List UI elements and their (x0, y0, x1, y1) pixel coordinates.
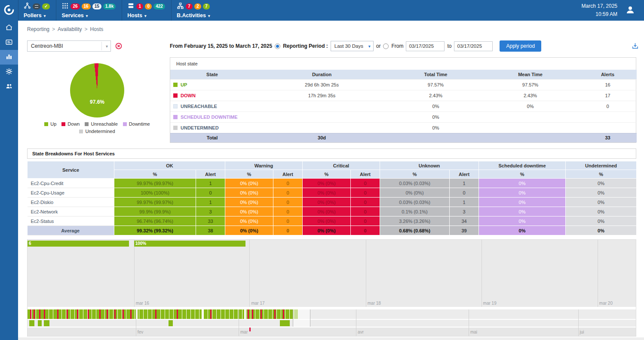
timeline-selection-handle[interactable] (293, 309, 310, 327)
breadcrumb-hosts[interactable]: Hosts (90, 26, 104, 32)
col-total-time: Total Time (389, 70, 482, 79)
legend-item-up: Up (44, 121, 56, 127)
services-unknown-badge[interactable]: 15 (92, 3, 101, 9)
breakdown-value-cell: 0% (566, 216, 637, 226)
from-date-input[interactable] (406, 41, 445, 51)
hosts-total-badge[interactable]: 422 (153, 3, 165, 9)
breakdown-value-cell: 0% (479, 188, 566, 198)
total-alerts: 33 (579, 133, 637, 142)
breakdown-value-cell: 0% (0%) (303, 226, 351, 235)
breakdown-title-box: State Breakdowns For Host Services (27, 148, 636, 159)
breakdown-value-cell: 0% (566, 198, 637, 207)
total-duration: 30d (254, 133, 389, 142)
sidebar-item-monitoring[interactable] (0, 35, 18, 50)
horizontal-scrollbar[interactable] (18, 337, 644, 340)
ba-critical-badge[interactable]: 7 (186, 3, 193, 9)
alerts-cell (579, 111, 637, 122)
breakdown-service-cell: Ec2-Network (28, 207, 114, 216)
breakdown-value-cell: 0 (351, 207, 380, 216)
breakdown-value-cell: 0 (351, 226, 380, 235)
breakdown-body: Ec2-Cpu-Credit99.97% (99.97%)10% (0%)00%… (28, 179, 637, 235)
brush-critical-tick (88, 309, 89, 319)
breakdown-service-cell: Ec2-Cpu-Credit (28, 179, 114, 188)
current-time: 10:59 AM (582, 10, 617, 19)
alerts-cell: 17 (579, 90, 637, 101)
brush-critical-tick (114, 309, 116, 319)
menu-bactivities[interactable]: 7 2 7 B.Activities (171, 0, 216, 21)
custom-period-radio[interactable] (383, 43, 389, 49)
brush-block (29, 320, 34, 326)
mean-time-cell: 97.57% (482, 79, 579, 90)
brush-critical-tick (99, 309, 101, 319)
total-time-cell: 2.43% (389, 90, 482, 101)
timeline-day-label: mar 19 (483, 301, 497, 306)
timeline-month-label: avr (358, 330, 364, 334)
apply-period-button[interactable]: Apply period (500, 40, 541, 52)
brush-block (169, 320, 173, 326)
chevron-down-icon (44, 12, 46, 19)
host-select[interactable]: Centreon-MBI (27, 40, 111, 52)
mean-time-cell: 0% (482, 101, 579, 111)
sidebar-item-reporting[interactable] (0, 50, 18, 65)
state-label: DOWN (181, 93, 196, 98)
legend-item-unreachable: Unreachable (85, 121, 117, 127)
services-critical-badge[interactable]: 26 (71, 3, 80, 9)
menu-pollers-label: Pollers (24, 12, 42, 19)
reporting-period-radio[interactable] (275, 43, 280, 49)
breakdown-value-cell: 34 (450, 216, 479, 226)
breadcrumb-reporting[interactable]: Reporting (27, 26, 49, 32)
menu-hosts[interactable]: 1 0 422 Hosts (122, 0, 171, 21)
state-label: UP (181, 82, 187, 87)
services-warning-badge[interactable]: 16 (82, 3, 91, 9)
breakdown-value-cell: 0.1% (0.1%) (380, 207, 450, 216)
brush-critical-tick (283, 309, 284, 319)
col-alerts: Alerts (579, 70, 637, 79)
breakdown-value-cell: 0% (566, 207, 637, 216)
hosts-down-badge[interactable]: 1 (136, 3, 143, 9)
export-icon (632, 45, 639, 51)
brush-critical-tick (34, 309, 35, 319)
hosts-unreachable-badge[interactable]: 0 (145, 3, 152, 9)
to-date-input[interactable] (454, 41, 493, 51)
centreon-logo-icon (3, 4, 15, 17)
breakdown-value-cell: 0% (0%) (303, 207, 351, 216)
col-scheduled-downtime: Scheduled downtime (479, 161, 566, 170)
sidebar-item-home[interactable] (0, 21, 18, 35)
menu-services[interactable]: 26 16 15 1.8k Services (56, 0, 122, 21)
breakdown-value-cell: 0% (566, 188, 637, 198)
sidebar-item-configuration[interactable] (0, 65, 18, 79)
hosts-icon (127, 2, 135, 11)
brush-critical-tick (39, 309, 40, 319)
user-menu-button[interactable] (623, 3, 637, 17)
breakdown-value-cell: 0% (0%) (225, 207, 273, 216)
state-label: UNDETERMINED (181, 125, 219, 130)
ba-warning-badge[interactable]: 2 (194, 3, 201, 9)
breakdown-row: Ec2-Diskio99.97% (99.97%)10% (0%)00% (0%… (28, 198, 637, 207)
brush-critical-tick (123, 309, 124, 319)
centreon-logo[interactable] (0, 0, 18, 21)
host-state-row-unreachable: UNREACHABLE 0% 0% 0 (170, 101, 637, 111)
breakdown-value-cell: 0 (351, 179, 380, 188)
breakdown-value-cell: 0% (0%) (225, 188, 273, 198)
timeline-day-label: mar 17 (251, 301, 264, 306)
services-total-badge[interactable]: 1.8k (103, 3, 116, 9)
export-report-button[interactable] (632, 42, 639, 51)
availability-timeline: mar 16mar 17mar 18mar 19mar 206100% fevm… (27, 239, 636, 337)
total-time-cell: 0% (389, 111, 482, 122)
menu-pollers[interactable]: ✓ Pollers (18, 0, 56, 21)
breakdown-service-cell: Average (28, 226, 114, 235)
empty-cell (389, 133, 482, 142)
timeline-brush-lower[interactable] (28, 320, 636, 327)
breakdown-value-cell: 0 (351, 216, 380, 226)
timeline-brush-upper[interactable] (28, 309, 636, 319)
breadcrumb-availability[interactable]: Availability (58, 26, 82, 32)
sidebar-item-administration[interactable] (0, 79, 18, 94)
duration-cell (254, 111, 389, 122)
ba-ok-badge[interactable]: 7 (203, 3, 210, 9)
reporting-period-select[interactable]: Last 30 Days (331, 41, 374, 51)
state-swatch-down (173, 93, 178, 98)
clear-host-filter-button[interactable] (115, 43, 122, 49)
breakdown-value-cell: 0.03% (0.03%) (380, 198, 450, 207)
brush-critical-tick (274, 309, 276, 319)
breakdown-value-cell: 1 (196, 179, 225, 188)
